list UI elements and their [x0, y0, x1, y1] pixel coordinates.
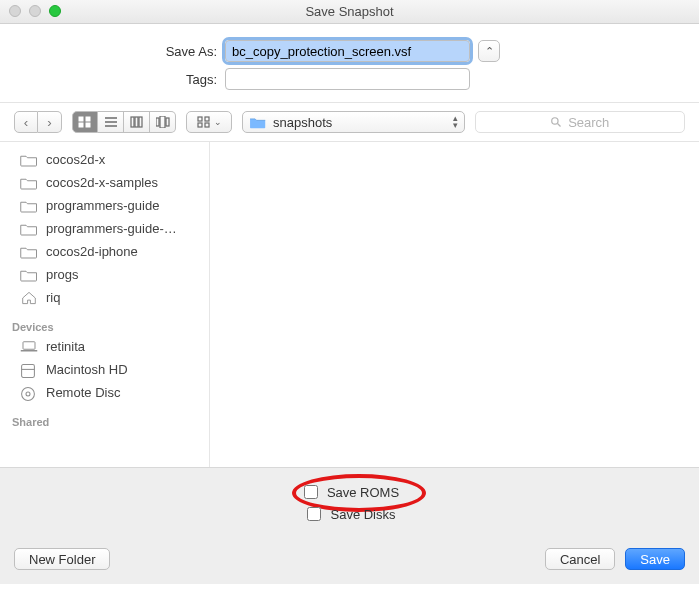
- chevron-left-icon: ‹: [24, 115, 28, 130]
- save-roms-label: Save ROMS: [327, 485, 399, 500]
- sidebar-heading-shared: Shared: [0, 404, 209, 430]
- sidebar-item-label: cocos2d-x-samples: [46, 175, 158, 190]
- window-controls: [9, 5, 61, 17]
- search-placeholder: Search: [568, 115, 609, 130]
- svg-rect-1: [86, 117, 90, 121]
- save-form: Save As: ⌃ Tags:: [0, 24, 699, 103]
- location-popup[interactable]: snapshots ▴▾: [242, 111, 465, 133]
- file-browser: cocos2d-xcocos2d-x-samplesprogrammers-gu…: [0, 142, 699, 467]
- svg-rect-2: [79, 123, 83, 127]
- svg-rect-16: [205, 123, 209, 127]
- svg-point-24: [26, 392, 30, 396]
- collapse-location-button[interactable]: ⌃: [478, 40, 500, 62]
- chevron-up-icon: ⌃: [485, 45, 494, 58]
- save-as-input[interactable]: [225, 40, 470, 62]
- save-as-label: Save As:: [0, 44, 225, 59]
- folder-icon: [20, 222, 38, 236]
- arrange-dropdown[interactable]: ⌄: [186, 111, 232, 133]
- svg-rect-10: [156, 118, 159, 126]
- content-area[interactable]: [210, 142, 699, 467]
- sidebar-item[interactable]: Macintosh HD: [0, 358, 209, 381]
- columns-icon: [130, 116, 144, 128]
- updown-arrows-icon: ▴▾: [453, 115, 458, 129]
- save-disks-label: Save Disks: [330, 507, 395, 522]
- window-title: Save Snapshot: [305, 4, 393, 19]
- new-folder-button[interactable]: New Folder: [14, 548, 110, 570]
- chevron-right-icon: ›: [47, 115, 51, 130]
- laptop-icon: [20, 340, 38, 354]
- sidebar-item-label: Remote Disc: [46, 385, 120, 400]
- close-window-button[interactable]: [9, 5, 21, 17]
- arrange-icon: [197, 116, 211, 128]
- svg-rect-0: [79, 117, 83, 121]
- sidebar-item-label: retinita: [46, 339, 85, 354]
- remote-disc-icon: [20, 386, 38, 400]
- back-button[interactable]: ‹: [14, 111, 38, 133]
- folder-icon: [20, 199, 38, 213]
- coverflow-icon: [156, 116, 170, 128]
- sidebar-item[interactable]: riq: [0, 286, 209, 309]
- tags-input[interactable]: [225, 68, 470, 90]
- list-icon: [104, 116, 118, 128]
- sidebar-item[interactable]: programmers-guide-…: [0, 217, 209, 240]
- svg-rect-8: [135, 117, 138, 127]
- sidebar-item[interactable]: cocos2d-iphone: [0, 240, 209, 263]
- view-list-button[interactable]: [98, 111, 124, 133]
- svg-point-17: [552, 118, 558, 124]
- save-roms-checkbox[interactable]: [304, 485, 318, 499]
- options-panel: Save ROMS Save Disks: [0, 467, 699, 540]
- sidebar-item-label: Macintosh HD: [46, 362, 128, 377]
- search-field[interactable]: Search: [475, 111, 686, 133]
- search-icon: [550, 116, 562, 128]
- svg-point-23: [22, 387, 35, 400]
- sidebar-item-label: cocos2d-iphone: [46, 244, 138, 259]
- minimize-window-button[interactable]: [29, 5, 41, 17]
- chevron-down-icon: ⌄: [214, 117, 222, 127]
- home-icon: [20, 291, 38, 305]
- sidebar-item[interactable]: cocos2d-x: [0, 148, 209, 171]
- view-icon-button[interactable]: [72, 111, 98, 133]
- sidebar-item-label: riq: [46, 290, 60, 305]
- sidebar-item[interactable]: cocos2d-x-samples: [0, 171, 209, 194]
- nav-buttons: ‹ ›: [14, 111, 62, 133]
- disk-icon: [20, 363, 38, 377]
- grid-icon: [78, 116, 92, 128]
- sidebar-item[interactable]: progs: [0, 263, 209, 286]
- sidebar-item-label: programmers-guide: [46, 198, 159, 213]
- sidebar-heading-devices: Devices: [0, 309, 209, 335]
- sidebar-item[interactable]: Remote Disc: [0, 381, 209, 404]
- svg-rect-3: [86, 123, 90, 127]
- zoom-window-button[interactable]: [49, 5, 61, 17]
- view-columns-button[interactable]: [124, 111, 150, 133]
- cancel-button[interactable]: Cancel: [545, 548, 615, 570]
- view-coverflow-button[interactable]: [150, 111, 176, 133]
- folder-icon: [20, 176, 38, 190]
- sidebar-item-label: progs: [46, 267, 79, 282]
- sidebar-item[interactable]: retinita: [0, 335, 209, 358]
- folder-icon: [249, 116, 267, 129]
- folder-icon: [20, 268, 38, 282]
- svg-rect-21: [22, 364, 35, 377]
- svg-rect-12: [166, 118, 169, 126]
- location-name: snapshots: [273, 115, 332, 130]
- save-disks-checkbox[interactable]: [307, 507, 321, 521]
- save-disks-checkbox-row[interactable]: Save Disks: [303, 504, 395, 524]
- svg-rect-13: [198, 117, 202, 121]
- sidebar-item[interactable]: programmers-guide: [0, 194, 209, 217]
- svg-line-18: [558, 124, 561, 127]
- save-button[interactable]: Save: [625, 548, 685, 570]
- dialog-footer: New Folder Cancel Save: [0, 540, 699, 584]
- sidebar-item-label: programmers-guide-…: [46, 221, 177, 236]
- svg-rect-7: [131, 117, 134, 127]
- svg-rect-15: [198, 123, 202, 127]
- forward-button[interactable]: ›: [38, 111, 62, 133]
- svg-rect-9: [139, 117, 142, 127]
- sidebar[interactable]: cocos2d-xcocos2d-x-samplesprogrammers-gu…: [0, 142, 210, 467]
- svg-rect-11: [160, 116, 165, 128]
- svg-rect-20: [21, 350, 38, 352]
- folder-icon: [20, 245, 38, 259]
- folder-icon: [20, 153, 38, 167]
- svg-rect-14: [205, 117, 209, 121]
- sidebar-item-label: cocos2d-x: [46, 152, 105, 167]
- save-roms-checkbox-row[interactable]: Save ROMS: [300, 482, 399, 502]
